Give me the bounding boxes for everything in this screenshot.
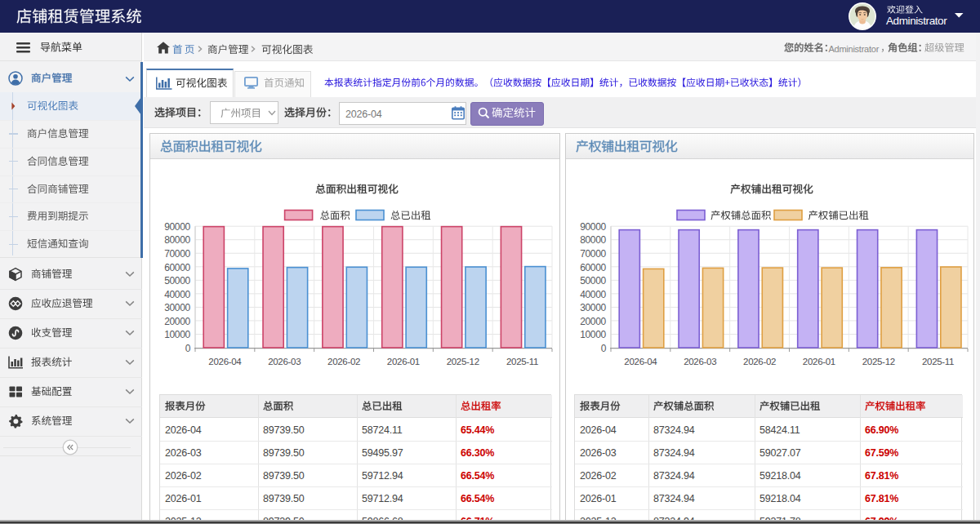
svg-text:70000: 70000 <box>580 248 606 260</box>
svg-text:2025-11: 2025-11 <box>506 357 538 366</box>
svg-text:2026-04: 2026-04 <box>624 357 657 366</box>
svg-text:90000: 90000 <box>580 221 606 233</box>
svg-text:2026-03: 2026-03 <box>684 357 716 366</box>
svg-text:20000: 20000 <box>580 316 606 327</box>
svg-text:10000: 10000 <box>580 329 606 340</box>
svg-text:50000: 50000 <box>580 275 606 286</box>
svg-text:2026-01: 2026-01 <box>387 357 420 366</box>
svg-text:2026-01: 2026-01 <box>803 357 835 366</box>
svg-text:40000: 40000 <box>164 289 190 300</box>
svg-text:80000: 80000 <box>164 234 190 246</box>
svg-text:2026-03: 2026-03 <box>268 357 301 366</box>
svg-text:2026-04: 2026-04 <box>208 357 242 366</box>
svg-text:10000: 10000 <box>164 329 190 340</box>
svg-text:0: 0 <box>185 343 191 354</box>
svg-text:80000: 80000 <box>580 234 606 246</box>
svg-text:30000: 30000 <box>164 302 190 313</box>
svg-text:30000: 30000 <box>580 302 606 313</box>
svg-text:2025-12: 2025-12 <box>862 357 895 366</box>
svg-text:40000: 40000 <box>580 289 606 300</box>
svg-text:20000: 20000 <box>164 316 190 327</box>
svg-text:60000: 60000 <box>164 262 190 273</box>
svg-text:0: 0 <box>601 343 607 354</box>
svg-text:2026-02: 2026-02 <box>743 357 776 366</box>
svg-text:90000: 90000 <box>164 221 190 233</box>
svg-text:2025-11: 2025-11 <box>922 357 954 366</box>
svg-text:60000: 60000 <box>580 262 606 273</box>
svg-text:2025-12: 2025-12 <box>447 357 479 366</box>
svg-text:2026-02: 2026-02 <box>327 357 360 366</box>
svg-text:50000: 50000 <box>164 275 190 286</box>
svg-text:70000: 70000 <box>164 248 190 260</box>
